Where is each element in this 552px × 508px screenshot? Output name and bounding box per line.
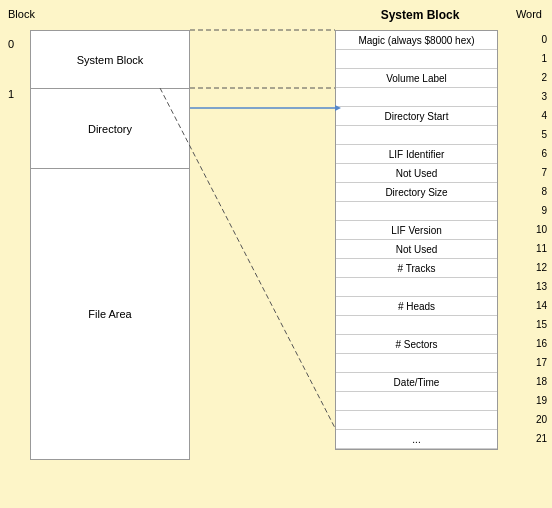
system-block-row-10: LIF Version	[336, 221, 497, 240]
system-block-row-7: Not Used	[336, 164, 497, 183]
word-number-9: 9	[536, 201, 547, 220]
system-block-title: System Block	[340, 8, 500, 22]
word-number-21: 21	[536, 429, 547, 448]
system-block-row-16: # Sectors	[336, 335, 497, 354]
word-number-10: 10	[536, 220, 547, 239]
word-number-3: 3	[536, 87, 547, 106]
system-block-row-14: # Heads	[336, 297, 497, 316]
system-block-row-17	[336, 354, 497, 373]
block-column-label: Block	[8, 8, 35, 20]
word-number-5: 5	[536, 125, 547, 144]
word-number-16: 16	[536, 334, 547, 353]
system-block-row-2: Volume Label	[336, 69, 497, 88]
system-block-row-20	[336, 411, 497, 430]
system-block-row-18: Date/Time	[336, 373, 497, 392]
system-block-row-4: Directory Start	[336, 107, 497, 126]
system-block-row-12: # Tracks	[336, 259, 497, 278]
word-number-7: 7	[536, 163, 547, 182]
word-number-0: 0	[536, 30, 547, 49]
left-block-column: System Block Directory File Area	[30, 30, 190, 460]
word-numbers: 0123456789101112131415161718192021	[536, 30, 547, 448]
block-1-label: 1	[8, 88, 14, 100]
word-number-19: 19	[536, 391, 547, 410]
word-column-label: Word	[516, 8, 542, 20]
word-number-8: 8	[536, 182, 547, 201]
word-number-6: 6	[536, 144, 547, 163]
system-block-row-8: Directory Size	[336, 183, 497, 202]
word-number-1: 1	[536, 49, 547, 68]
directory-box: Directory	[31, 89, 189, 169]
word-number-4: 4	[536, 106, 547, 125]
system-block-row-6: LIF Identifier	[336, 145, 497, 164]
system-block-row-5	[336, 126, 497, 145]
word-number-12: 12	[536, 258, 547, 277]
system-block-row-9	[336, 202, 497, 221]
system-block-row-3	[336, 88, 497, 107]
right-system-block: Magic (always $8000 hex)Volume LabelDire…	[335, 30, 498, 450]
system-block-row-15	[336, 316, 497, 335]
word-number-11: 11	[536, 239, 547, 258]
system-block-row-19	[336, 392, 497, 411]
diagram-container: Block 0 1 System Block Directory File Ar…	[0, 0, 552, 508]
system-block-row-13	[336, 278, 497, 297]
word-number-20: 20	[536, 410, 547, 429]
system-block-row-1	[336, 50, 497, 69]
system-block-row-21: ...	[336, 430, 497, 449]
word-number-18: 18	[536, 372, 547, 391]
system-block-label: System Block	[77, 54, 144, 66]
word-number-2: 2	[536, 68, 547, 87]
system-block-box: System Block	[31, 31, 189, 89]
directory-label: Directory	[88, 123, 132, 135]
system-block-row-0: Magic (always $8000 hex)	[336, 31, 497, 50]
word-number-14: 14	[536, 296, 547, 315]
file-area-box: File Area	[31, 169, 189, 459]
block-0-label: 0	[8, 38, 14, 50]
word-number-17: 17	[536, 353, 547, 372]
word-number-13: 13	[536, 277, 547, 296]
word-number-15: 15	[536, 315, 547, 334]
system-block-row-11: Not Used	[336, 240, 497, 259]
file-area-label: File Area	[88, 308, 131, 320]
